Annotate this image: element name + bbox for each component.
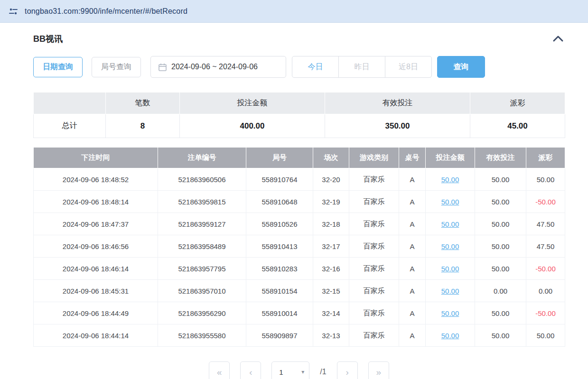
bet-table: 下注时间 注单编号 局号 场次 游戏类别 桌号 投注金额 有效投注 派彩 202… [33, 147, 565, 347]
table-row: 2024-09-06 18:48:52 521863960506 5589107… [34, 168, 565, 191]
url-text: tongbao31.com:9900/infe/mcenter/#/betRec… [25, 7, 187, 16]
date-range-picker[interactable]: 2024-09-06 ~ 2024-09-06 [150, 56, 286, 78]
header-payout: 派彩 [526, 148, 565, 168]
summary-bet-amount-value: 400.00 [180, 114, 325, 138]
summary-header-valid-bet: 有效投注 [325, 92, 470, 114]
round-query-button[interactable]: 局号查询 [92, 57, 141, 77]
order-id-cell: 521863959815 [158, 191, 246, 213]
summary-valid-bet-value: 350.00 [325, 114, 470, 138]
valid-bet-cell: 50.00 [475, 258, 526, 280]
game-type-cell: 百家乐 [349, 324, 399, 347]
bet-amount-link[interactable]: 50.00 [441, 309, 459, 317]
header-bet-amount: 投注金额 [426, 148, 475, 168]
quick-range-group: 今日 昨日 近8日 [292, 56, 432, 78]
table-row: 2024-09-06 18:46:56 521863958489 5589104… [34, 235, 565, 258]
round-id-cell: 558910014 [246, 302, 313, 324]
order-id-cell: 521863959127 [158, 213, 246, 235]
url-bar[interactable]: tongbao31.com:9900/infe/mcenter/#/betRec… [0, 0, 588, 23]
summary-header-blank [34, 92, 106, 114]
payout-cell: -50.00 [526, 302, 565, 324]
search-button[interactable]: 查询 [437, 56, 485, 78]
bet-amount-link[interactable]: 50.00 [441, 332, 459, 340]
session-cell: 32-19 [313, 191, 349, 213]
order-id-cell: 521863955580 [158, 324, 246, 347]
yesterday-button[interactable]: 昨日 [338, 56, 385, 78]
table-no-cell: A [399, 213, 426, 235]
chevron-right-icon: › [346, 367, 349, 377]
bet-record-panel: BB视讯 日期查询 局号查询 2024-09-06 ~ 2024-09-06 [0, 33, 588, 379]
round-id-cell: 558909897 [246, 324, 313, 347]
valid-bet-cell: 50.00 [475, 235, 526, 258]
table-row: 2024-09-06 18:48:14 521863959815 5589106… [34, 191, 565, 213]
session-cell: 32-15 [313, 280, 349, 302]
round-id-cell: 558910648 [246, 191, 313, 213]
bet-amount-link[interactable]: 50.00 [441, 176, 459, 184]
round-id-cell: 558910283 [246, 258, 313, 280]
payout-cell: 47.50 [526, 213, 565, 235]
order-id-cell: 521863960506 [158, 168, 246, 191]
valid-bet-cell: 50.00 [475, 324, 526, 347]
bet-amount-cell: 50.00 [426, 213, 475, 235]
bet-amount-cell: 50.00 [426, 324, 475, 347]
collapse-button[interactable] [551, 34, 565, 44]
session-cell: 32-17 [313, 235, 349, 258]
last8days-button[interactable]: 近8日 [385, 56, 432, 78]
bet-amount-link[interactable]: 50.00 [441, 220, 459, 228]
header-order-id: 注单编号 [158, 148, 246, 168]
header-session: 场次 [313, 148, 349, 168]
valid-bet-cell: 50.00 [475, 213, 526, 235]
page-select[interactable]: 1 ▾ [271, 361, 309, 379]
order-id-cell: 521863958489 [158, 235, 246, 258]
pagination: « ‹ 1 ▾ /1 › » [33, 361, 565, 379]
table-no-cell: A [399, 258, 426, 280]
chevron-up-icon [552, 35, 564, 44]
table-no-cell: A [399, 302, 426, 324]
date-query-button[interactable]: 日期查询 [33, 57, 83, 77]
bet-amount-link[interactable]: 50.00 [441, 287, 459, 295]
session-cell: 32-13 [313, 324, 349, 347]
summary-header-count: 笔数 [106, 92, 180, 114]
table-row: 2024-09-06 18:47:37 521863959127 5589105… [34, 213, 565, 235]
bet-amount-link[interactable]: 50.00 [441, 265, 459, 273]
payout-cell: 47.50 [526, 235, 565, 258]
session-cell: 32-16 [313, 258, 349, 280]
calendar-icon [159, 63, 167, 71]
summary-table: 笔数 投注金额 有效投注 派彩 总计 8 400.00 350.00 45.00 [33, 92, 565, 138]
first-page-button[interactable]: « [209, 361, 230, 379]
game-type-cell: 百家乐 [349, 235, 399, 258]
prev-page-button[interactable]: ‹ [240, 361, 261, 379]
summary-total-row: 总计 8 400.00 350.00 45.00 [34, 114, 565, 138]
chevron-left-icon: ‹ [249, 367, 252, 377]
last-page-button[interactable]: » [368, 361, 389, 379]
panel-header: BB视讯 [33, 33, 565, 45]
bet-time-cell: 2024-09-06 18:48:14 [34, 191, 158, 213]
bet-table-body: 2024-09-06 18:48:52 521863960506 5589107… [34, 168, 565, 347]
filter-toolbar: 日期查询 局号查询 2024-09-06 ~ 2024-09-06 今日 昨日 … [33, 56, 565, 78]
order-id-cell: 521863956290 [158, 302, 246, 324]
bet-time-cell: 2024-09-06 18:47:37 [34, 213, 158, 235]
total-pages-label: /1 [320, 368, 326, 376]
bet-amount-cell: 50.00 [426, 191, 475, 213]
session-cell: 32-14 [313, 302, 349, 324]
valid-bet-cell: 50.00 [475, 191, 526, 213]
bet-amount-cell: 50.00 [426, 302, 475, 324]
valid-bet-cell: 50.00 [475, 302, 526, 324]
game-type-cell: 百家乐 [349, 213, 399, 235]
round-id-cell: 558910526 [246, 213, 313, 235]
payout-cell: 0.00 [526, 280, 565, 302]
game-type-cell: 百家乐 [349, 168, 399, 191]
game-type-cell: 百家乐 [349, 302, 399, 324]
bet-amount-link[interactable]: 50.00 [441, 242, 459, 250]
double-chevron-right-icon: » [376, 367, 381, 377]
today-button[interactable]: 今日 [292, 56, 339, 78]
next-page-button[interactable]: › [337, 361, 358, 379]
header-bet-time: 下注时间 [34, 148, 158, 168]
bet-time-cell: 2024-09-06 18:44:49 [34, 302, 158, 324]
bet-amount-cell: 50.00 [426, 280, 475, 302]
page-select-value: 1 [279, 368, 283, 376]
bet-amount-cell: 50.00 [426, 258, 475, 280]
bet-amount-link[interactable]: 50.00 [441, 198, 459, 206]
table-no-cell: A [399, 191, 426, 213]
payout-cell: 50.00 [526, 324, 565, 347]
order-id-cell: 521863957010 [158, 280, 246, 302]
